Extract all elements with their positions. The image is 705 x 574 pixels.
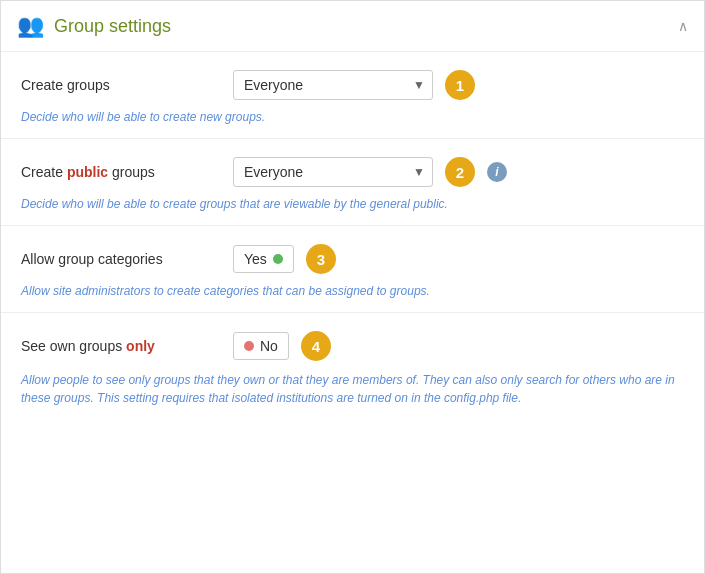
create-groups-hint: Decide who will be able to create new gr…: [21, 110, 684, 124]
allow-group-categories-toggle[interactable]: Yes: [233, 245, 294, 273]
section-allow-group-categories: Allow group categories Yes 3 Allow site …: [1, 226, 704, 313]
page-title: Group settings: [54, 16, 171, 37]
section-create-public-groups: Create public groups Everyone Admins onl…: [1, 139, 704, 226]
allow-group-categories-label: Allow group categories: [21, 251, 221, 267]
badge-4: 4: [301, 331, 331, 361]
create-groups-label: Create groups: [21, 77, 221, 93]
allow-group-categories-hint: Allow site administrators to create cate…: [21, 284, 684, 298]
badge-3: 3: [306, 244, 336, 274]
toggle-yes-label: Yes: [244, 251, 267, 267]
row-allow-group-categories: Allow group categories Yes 3: [21, 244, 684, 274]
create-groups-select-wrapper: Everyone Admins only Staff only ▼: [233, 70, 433, 100]
card-header: 👥 Group settings ∧: [1, 1, 704, 52]
row-create-public-groups: Create public groups Everyone Admins onl…: [21, 157, 684, 187]
label-suffix: groups: [108, 164, 155, 180]
badge-2: 2: [445, 157, 475, 187]
info-icon[interactable]: i: [487, 162, 507, 182]
row-create-groups: Create groups Everyone Admins only Staff…: [21, 70, 684, 100]
section-see-own-groups-only: See own groups only No 4 Allow people to…: [1, 313, 704, 421]
badge-1: 1: [445, 70, 475, 100]
collapse-icon[interactable]: ∧: [678, 18, 688, 34]
group-icon: 👥: [17, 13, 44, 39]
create-public-groups-hint: Decide who will be able to create groups…: [21, 197, 684, 211]
toggle-off-dot: [244, 341, 254, 351]
create-public-groups-select-wrapper: Everyone Admins only Staff only ▼: [233, 157, 433, 187]
see-own-groups-toggle[interactable]: No: [233, 332, 289, 360]
see-own-groups-label: See own groups only: [21, 338, 221, 354]
row-see-own-groups-only: See own groups only No 4: [21, 331, 684, 361]
create-public-groups-label: Create public groups: [21, 164, 221, 180]
header-left: 👥 Group settings: [17, 13, 171, 39]
create-groups-select[interactable]: Everyone Admins only Staff only: [233, 70, 433, 100]
group-settings-card: 👥 Group settings ∧ Create groups Everyon…: [0, 0, 705, 574]
label-highlight: public: [67, 164, 108, 180]
section-create-groups: Create groups Everyone Admins only Staff…: [1, 52, 704, 139]
toggle-on-dot: [273, 254, 283, 264]
see-own-prefix: See own groups: [21, 338, 126, 354]
see-own-highlight: only: [126, 338, 155, 354]
create-public-groups-select[interactable]: Everyone Admins only Staff only: [233, 157, 433, 187]
label-prefix: Create: [21, 164, 67, 180]
see-own-groups-hint: Allow people to see only groups that the…: [21, 371, 684, 407]
toggle-no-label: No: [260, 338, 278, 354]
